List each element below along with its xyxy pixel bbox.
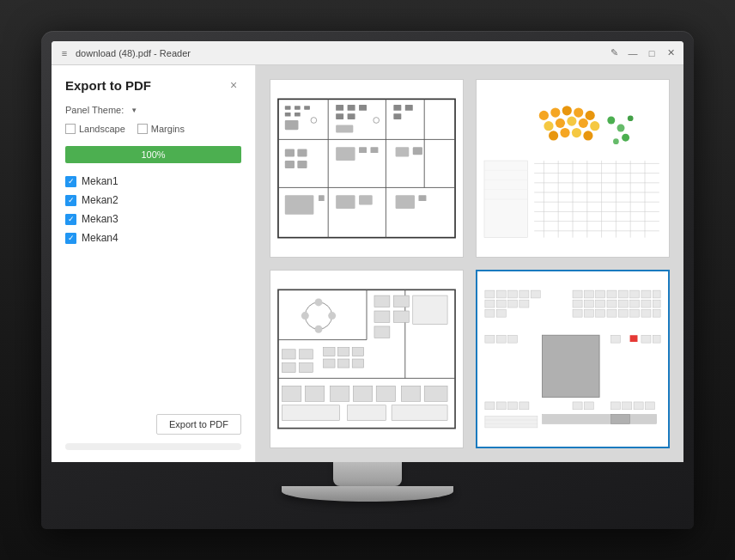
close-button[interactable]: ✕ — [665, 47, 677, 59]
mekan3-label: Mekan3 — [82, 213, 118, 225]
svg-point-51 — [560, 128, 569, 137]
pdf-page-2[interactable] — [476, 79, 670, 258]
svg-rect-109 — [330, 386, 349, 401]
svg-rect-162 — [496, 402, 506, 410]
svg-rect-115 — [348, 405, 386, 421]
scrollbar[interactable] — [65, 443, 241, 450]
svg-rect-153 — [542, 335, 599, 397]
svg-point-41 — [550, 107, 560, 117]
pdf-page-3[interactable] — [270, 270, 464, 448]
monitor: ≡ download (48).pdf - Reader ✎ — □ ✕ Exp… — [41, 31, 694, 529]
svg-rect-24 — [285, 161, 295, 168]
monitor-stand-base — [282, 486, 453, 502]
svg-rect-96 — [337, 348, 349, 356]
svg-rect-95 — [324, 348, 335, 356]
margins-option[interactable]: Margins — [137, 124, 185, 134]
settings-icon[interactable]: ✎ — [608, 47, 620, 59]
svg-rect-101 — [374, 295, 390, 307]
menu-icon[interactable]: ≡ — [58, 47, 70, 59]
svg-rect-98 — [324, 359, 335, 368]
svg-point-45 — [544, 121, 553, 131]
svg-rect-146 — [584, 309, 593, 317]
svg-point-53 — [583, 131, 592, 140]
svg-rect-13 — [336, 105, 343, 111]
main-content: Export to PDF × Panel Theme: ▼ Landscape… — [52, 65, 683, 462]
svg-rect-31 — [285, 195, 314, 214]
svg-point-44 — [586, 111, 595, 120]
list-item[interactable]: ✓ Mekan1 — [65, 175, 241, 187]
svg-rect-17 — [348, 113, 355, 119]
panel-title: Export to PDF — [65, 78, 151, 93]
svg-rect-100 — [352, 359, 363, 368]
list-item[interactable]: ✓ Mekan4 — [65, 232, 241, 244]
svg-rect-29 — [396, 147, 410, 156]
svg-rect-106 — [413, 295, 447, 325]
svg-rect-36 — [418, 195, 426, 201]
options-row: Landscape Margins — [65, 124, 241, 134]
svg-rect-27 — [359, 147, 367, 153]
pdf-page-4[interactable] — [476, 270, 670, 448]
landscape-label: Landscape — [79, 124, 125, 134]
svg-rect-116 — [392, 405, 447, 421]
svg-rect-26 — [336, 147, 355, 161]
mekan1-checkbox[interactable]: ✓ — [65, 176, 76, 187]
landscape-checkbox[interactable] — [65, 124, 76, 134]
margins-label: Margins — [151, 124, 185, 134]
svg-rect-127 — [618, 290, 628, 298]
svg-point-49 — [590, 121, 599, 131]
svg-rect-137 — [596, 300, 605, 307]
svg-rect-15 — [359, 105, 367, 111]
svg-rect-148 — [607, 309, 617, 317]
panel-close-button[interactable]: × — [226, 77, 241, 93]
svg-point-40 — [539, 111, 549, 120]
svg-rect-130 — [653, 290, 660, 298]
svg-rect-99 — [337, 359, 349, 368]
svg-point-43 — [574, 107, 583, 117]
svg-rect-22 — [285, 149, 295, 157]
svg-rect-25 — [297, 161, 307, 168]
svg-rect-147 — [596, 309, 605, 317]
svg-rect-152 — [653, 309, 660, 317]
svg-point-46 — [556, 119, 565, 128]
svg-rect-172 — [610, 414, 629, 423]
title-bar: ≡ download (48).pdf - Reader ✎ — □ ✕ — [52, 41, 683, 65]
svg-point-52 — [572, 128, 581, 137]
mekan3-checkbox[interactable]: ✓ — [65, 214, 76, 225]
maximize-button[interactable]: □ — [646, 47, 658, 59]
svg-rect-18 — [336, 125, 353, 133]
monitor-stand-neck — [333, 462, 402, 486]
svg-rect-14 — [348, 105, 355, 111]
svg-rect-35 — [396, 195, 415, 209]
progress-bar: 100% — [65, 146, 241, 163]
pdf-page-1[interactable] — [270, 79, 464, 258]
margins-checkbox[interactable] — [137, 124, 148, 134]
svg-rect-97 — [352, 348, 363, 356]
svg-rect-103 — [374, 311, 390, 322]
mekan4-checkbox[interactable]: ✓ — [65, 233, 76, 244]
pdf-viewer — [256, 65, 683, 462]
svg-rect-165 — [573, 402, 582, 410]
svg-rect-118 — [485, 290, 495, 298]
svg-point-87 — [315, 298, 323, 306]
list-item[interactable]: ✓ Mekan2 — [65, 194, 241, 206]
svg-rect-91 — [282, 350, 295, 359]
svg-rect-111 — [376, 386, 395, 401]
svg-rect-159 — [641, 335, 651, 343]
mekan2-checkbox[interactable]: ✓ — [65, 195, 76, 206]
minimize-button[interactable]: — — [627, 47, 639, 59]
svg-rect-19 — [393, 105, 401, 111]
svg-rect-113 — [424, 386, 447, 401]
svg-rect-128 — [630, 290, 640, 298]
svg-point-42 — [562, 106, 572, 115]
svg-rect-144 — [496, 309, 506, 317]
panel-theme-dropdown[interactable]: ▼ — [129, 105, 139, 115]
svg-rect-156 — [496, 335, 506, 343]
svg-rect-170 — [645, 402, 654, 410]
svg-rect-102 — [393, 295, 409, 307]
svg-rect-155 — [485, 335, 495, 343]
mekan1-label: Mekan1 — [82, 175, 118, 187]
export-pdf-button[interactable]: Export to PDF — [156, 414, 241, 435]
landscape-option[interactable]: Landscape — [65, 124, 125, 134]
svg-rect-30 — [413, 147, 422, 155]
list-item[interactable]: ✓ Mekan3 — [65, 213, 241, 225]
